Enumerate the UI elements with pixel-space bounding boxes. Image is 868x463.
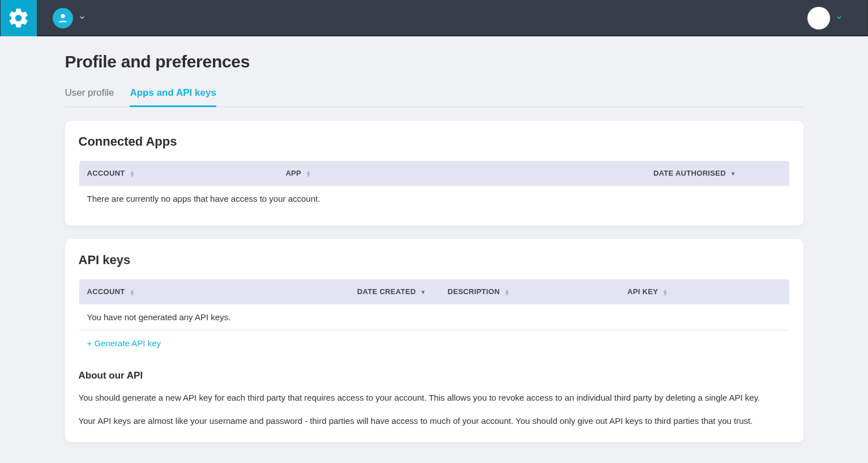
about-api: About our API You should generate a new …	[79, 370, 790, 427]
svg-point-0	[61, 14, 65, 18]
avatar	[53, 8, 73, 28]
tab-apps-api-keys[interactable]: Apps and API keys	[130, 87, 216, 107]
col-date-created[interactable]: DATE CREATED ▼	[235, 279, 434, 304]
user-menu[interactable]	[807, 7, 843, 29]
about-heading: About our API	[79, 370, 790, 381]
connected-apps-heading: Connected Apps	[79, 134, 790, 149]
page-title: Profile and preferences	[65, 52, 803, 71]
sort-down-icon: ▼	[730, 171, 736, 177]
account-switcher[interactable]	[53, 8, 85, 28]
tabs: User profile Apps and API keys	[65, 87, 803, 107]
empty-message: You have not generated any API keys.	[79, 304, 789, 330]
sort-icon: ▲▼	[504, 289, 510, 296]
connected-apps-card: Connected Apps ACCOUNT ▲▼ APP ▲▼ DATE AU…	[65, 121, 803, 226]
connected-apps-table: ACCOUNT ▲▼ APP ▲▼ DATE AUTHORISED ▼	[79, 160, 790, 212]
api-keys-card: API keys ACCOUNT ▲▼ DATE CREATED ▼ DESCR…	[65, 239, 803, 442]
generate-row: + Generate API key	[79, 330, 789, 356]
gear-icon	[7, 7, 30, 29]
sort-icon: ▲▼	[306, 171, 311, 177]
sort-icon: ▲▼	[130, 171, 135, 177]
col-api-key[interactable]: API KEY ▲▼	[619, 279, 676, 304]
app-logo[interactable]	[1, 0, 37, 36]
col-date-authorised[interactable]: DATE AUTHORISED ▼	[420, 161, 744, 186]
api-keys-table: ACCOUNT ▲▼ DATE CREATED ▼ DESCRIPTION ▲▼…	[79, 279, 790, 356]
chevron-down-icon	[836, 13, 843, 23]
chevron-down-icon	[79, 13, 85, 23]
sort-icon: ▲▼	[130, 289, 135, 296]
sort-icon: ▲▼	[662, 289, 668, 296]
empty-row: There are currently no apps that have ac…	[79, 186, 789, 212]
empty-message: There are currently no apps that have ac…	[79, 186, 789, 212]
col-account[interactable]: ACCOUNT ▲▼	[79, 161, 277, 186]
person-icon	[57, 12, 69, 24]
empty-row: You have not generated any API keys.	[79, 304, 789, 330]
avatar	[807, 7, 830, 29]
about-p2: Your API keys are almost like your usern…	[79, 415, 790, 428]
api-keys-heading: API keys	[79, 253, 790, 267]
page-content: Profile and preferences User profile App…	[49, 36, 819, 463]
col-description[interactable]: DESCRIPTION ▲▼	[434, 279, 618, 304]
col-spacer	[744, 161, 789, 186]
sort-down-icon: ▼	[420, 289, 426, 295]
topbar	[0, 0, 868, 36]
about-p1: You should generate a new API key for ea…	[79, 392, 790, 405]
generate-api-key-link[interactable]: + Generate API key	[87, 338, 161, 348]
tab-user-profile[interactable]: User profile	[65, 87, 114, 107]
col-app[interactable]: APP ▲▼	[277, 161, 420, 186]
col-spacer	[676, 279, 789, 304]
col-account[interactable]: ACCOUNT ▲▼	[79, 279, 235, 304]
